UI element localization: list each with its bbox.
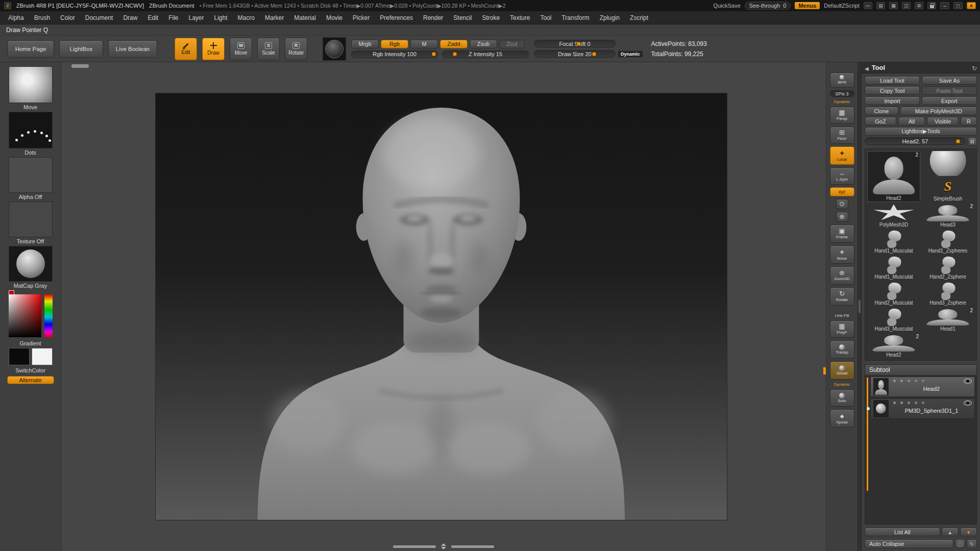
hue-strip[interactable]: [44, 294, 53, 337]
menu-document[interactable]: Document: [80, 11, 118, 24]
export-button[interactable]: Export: [922, 96, 977, 105]
tool-item[interactable]: Hand1_Zspheres: [921, 229, 974, 254]
scroll-canvas-button[interactable]: [836, 199, 848, 209]
lightbox-button[interactable]: LightBox: [59, 40, 103, 58]
zadd-button[interactable]: Zadd: [440, 40, 468, 48]
menu-texture[interactable]: Texture: [505, 11, 535, 24]
spix-slider[interactable]: SPix 3: [830, 90, 854, 97]
transp-button[interactable]: Transp: [830, 340, 854, 359]
goz-button[interactable]: GoZ: [865, 117, 896, 126]
move-button[interactable]: M Move: [230, 38, 252, 60]
xyz-button[interactable]: xyz: [830, 187, 854, 196]
menu-brush[interactable]: Brush: [29, 11, 55, 24]
main-color-swatch[interactable]: [9, 348, 30, 365]
clone-button[interactable]: Clone: [865, 107, 898, 115]
tool-item[interactable]: 2 Head3: [921, 203, 974, 228]
floor-button[interactable]: Floor: [830, 127, 854, 144]
close-button[interactable]: [967, 2, 976, 9]
scrollbar-piece[interactable]: [393, 545, 436, 548]
draw-size-handle[interactable]: [592, 52, 596, 56]
menu-marker[interactable]: Marker: [260, 11, 289, 24]
solo-button[interactable]: Solo: [830, 389, 854, 407]
zsub-button[interactable]: Zsub: [470, 40, 497, 48]
canvas-hscrollbar-piece[interactable]: [71, 64, 89, 68]
scale-button[interactable]: S Scale: [257, 38, 280, 60]
saturation-square[interactable]: [9, 294, 41, 337]
restore-button[interactable]: [967, 539, 977, 548]
rgb-button[interactable]: Rgb: [381, 40, 408, 48]
canvas-bottom-scrollbar[interactable]: [393, 543, 494, 549]
tool-item[interactable]: Hand1_Musculat: [867, 255, 920, 280]
subtool-item-selected[interactable]: Head2: [870, 377, 975, 397]
menu-draw[interactable]: Draw: [118, 11, 142, 24]
edit-button[interactable]: Edit: [175, 38, 197, 60]
menu-alpha[interactable]: Alpha: [3, 11, 29, 24]
visibility-eye-icon[interactable]: [964, 379, 972, 384]
menu-zscript[interactable]: Zscript: [625, 11, 653, 24]
brush-thumbnail[interactable]: [9, 66, 53, 103]
lock-icon-button[interactable]: [927, 2, 936, 9]
menu-material[interactable]: Material: [289, 11, 321, 24]
subtool-down-button[interactable]: [960, 528, 977, 536]
xpose-button[interactable]: Xpose: [830, 409, 854, 428]
rotate-button[interactable]: R Rotate: [285, 38, 307, 60]
menu-stroke[interactable]: Stroke: [477, 11, 505, 24]
material-thumbnail[interactable]: [9, 246, 53, 282]
persp-button[interactable]: Persp: [830, 107, 854, 124]
menu-stencil[interactable]: Stencil: [448, 11, 477, 24]
layout-panel-icon[interactable]: [876, 2, 885, 9]
current-material-thumbnail[interactable]: [323, 37, 346, 61]
all-button[interactable]: All: [898, 117, 925, 126]
menu-picker[interactable]: Picker: [348, 11, 375, 24]
tool-r-button[interactable]: R: [968, 137, 977, 146]
active-tool-slider[interactable]: Head2. 57: [865, 137, 966, 145]
visibility-eye-icon[interactable]: [964, 400, 972, 406]
bpr-button[interactable]: BPR: [830, 72, 854, 88]
menu-movie[interactable]: Movie: [321, 11, 348, 24]
canvas-area[interactable]: [61, 62, 826, 551]
gradient-picker[interactable]: [9, 290, 53, 339]
scroll-arrows[interactable]: [441, 543, 446, 549]
make-polymesh3d-button[interactable]: Make PolyMesh3D: [900, 107, 977, 115]
frame-button[interactable]: Frame: [830, 224, 854, 243]
draw-button[interactable]: Draw: [202, 38, 225, 60]
rgb-intensity-slider[interactable]: Rgb Intensity 100: [351, 51, 438, 58]
menu-file[interactable]: File: [163, 11, 183, 24]
quicksave-button[interactable]: QuickSave: [714, 3, 741, 9]
brush-selector[interactable]: Move: [9, 66, 53, 110]
stroke-thumbnail[interactable]: [9, 112, 53, 148]
subtool-header[interactable]: Subtool: [865, 365, 976, 375]
polyf-button[interactable]: PolyF: [830, 320, 854, 338]
focal-shift-slider[interactable]: Focal Shift 0: [534, 40, 616, 47]
list-all-button[interactable]: List All: [865, 528, 940, 536]
alpha-thumbnail[interactable]: [9, 157, 53, 193]
tool-item[interactable]: Hand3_Musculat: [867, 307, 920, 332]
import-button[interactable]: Import: [865, 96, 920, 105]
tool-item[interactable]: Hand3_Zsphere: [921, 281, 974, 306]
load-tool-button[interactable]: Load Tool: [865, 76, 920, 85]
zoom3d-button[interactable]: Zoom3D: [830, 266, 854, 285]
maximize-button[interactable]: [953, 2, 963, 9]
tool-item[interactable]: Hand2_Zsphere: [921, 255, 974, 280]
tool-item[interactable]: 2 Head2: [867, 333, 920, 358]
paste-tool-button[interactable]: Paste Tool: [922, 86, 977, 95]
tool-item-selected[interactable]: 2 Head2: [867, 151, 920, 202]
duplicate-button[interactable]: [955, 539, 965, 548]
zcut-button[interactable]: Zcut: [499, 40, 525, 48]
see-through-slider[interactable]: See-through 0: [745, 2, 791, 10]
menu-edit[interactable]: Edit: [142, 11, 163, 24]
tool-item[interactable]: Sphere3D: [921, 151, 974, 176]
menu-render[interactable]: Render: [418, 11, 448, 24]
menus-button[interactable]: Menus: [795, 2, 820, 9]
m-button[interactable]: M: [410, 40, 438, 48]
copy-tool-button[interactable]: Copy Tool: [865, 86, 920, 95]
subtool-item[interactable]: PM3D_Sphere3D1_1: [870, 398, 975, 419]
texture-thumbnail[interactable]: [9, 202, 53, 237]
document-canvas[interactable]: [156, 93, 727, 520]
default-zscript-button[interactable]: DefaultZScript: [824, 3, 860, 9]
local-button[interactable]: Local: [830, 146, 854, 165]
minimize-button[interactable]: [940, 2, 949, 9]
collapse-panel-icon[interactable]: [865, 63, 869, 72]
tool-item[interactable]: SimpleBrush: [921, 177, 974, 202]
z-intensity-slider[interactable]: Z Intensity 15: [442, 51, 529, 58]
